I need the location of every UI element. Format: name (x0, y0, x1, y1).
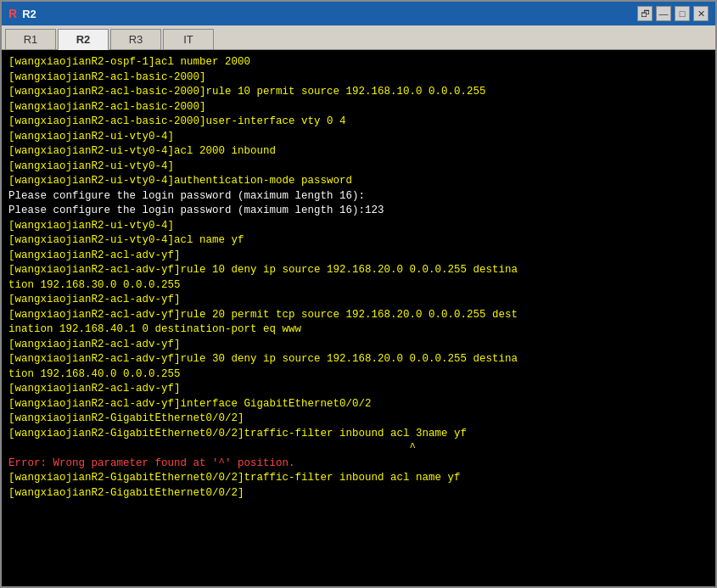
terminal-line: Please configure the login password (max… (8, 204, 709, 219)
restore-button[interactable]: 🗗 (637, 6, 653, 21)
terminal-line: [wangxiaojianR2-acl-basic-2000] (8, 100, 709, 115)
terminal-line: [wangxiaojianR2-ui-vty0-4]authentication… (8, 174, 709, 189)
terminal-line: ination 192.168.40.1 0 destination-port … (8, 322, 709, 338)
terminal[interactable]: [wangxiaojianR2-ospf-1]acl number 2000[w… (2, 50, 715, 586)
app-icon: R (8, 7, 17, 20)
terminal-wrapper: [wangxiaojianR2-ospf-1]acl number 2000[w… (2, 49, 715, 586)
terminal-line: [wangxiaojianR2-ui-vty0-4]acl 2000 inbou… (8, 144, 709, 160)
terminal-line: [wangxiaojianR2-ui-vty0-4] (8, 160, 709, 175)
terminal-line: [wangxiaojianR2-acl-basic-2000]rule 10 p… (8, 85, 709, 100)
terminal-line: [wangxiaojianR2-GigabitEthernet0/0/2]tra… (8, 471, 709, 486)
tab-r3[interactable]: R3 (110, 29, 161, 49)
terminal-line: [wangxiaojianR2-ui-vty0-4] (8, 219, 709, 234)
terminal-line: [wangxiaojianR2-acl-basic-2000] (8, 70, 709, 86)
minimize-button[interactable]: — (656, 6, 671, 21)
tab-bar: R1 R2 R3 IT (2, 25, 715, 49)
main-window: R R2 🗗 — □ ✕ R1 R2 R3 IT [wangxiaojianR2… (0, 0, 717, 588)
close-button[interactable]: ✕ (693, 6, 709, 21)
terminal-line: [wangxiaojianR2-GigabitEthernet0/0/2] (8, 486, 709, 501)
terminal-line: [wangxiaojianR2-ui-vty0-4] (8, 130, 709, 145)
title-controls: 🗗 — □ ✕ (637, 6, 709, 21)
terminal-line: Please configure the login password (max… (8, 189, 709, 204)
terminal-line: [wangxiaojianR2-acl-adv-yf]rule 30 deny … (8, 352, 709, 367)
terminal-line: [wangxiaojianR2-acl-adv-yf] (8, 249, 709, 264)
terminal-line: Error: Wrong parameter found at '^' posi… (8, 456, 709, 472)
terminal-line: tion 192.168.30.0 0.0.0.255 (8, 278, 709, 294)
terminal-line: [wangxiaojianR2-acl-basic-2000]user-inte… (8, 115, 709, 130)
tab-r2[interactable]: R2 (58, 29, 109, 50)
terminal-line: [wangxiaojianR2-acl-adv-yf]rule 10 deny … (8, 263, 709, 278)
terminal-line: [wangxiaojianR2-acl-adv-yf] (8, 338, 709, 353)
title-bar: R R2 🗗 — □ ✕ (2, 2, 715, 25)
terminal-line: [wangxiaojianR2-GigabitEthernet0/0/2] (8, 412, 709, 427)
window-title: R2 (22, 8, 36, 20)
terminal-line: ^ (8, 441, 709, 456)
tab-r1[interactable]: R1 (5, 29, 56, 49)
terminal-line: tion 192.168.40.0 0.0.0.255 (8, 367, 709, 383)
terminal-line: [wangxiaojianR2-acl-adv-yf] (8, 293, 709, 308)
terminal-line: [wangxiaojianR2-ospf-1]acl number 2000 (8, 55, 709, 70)
title-bar-left: R R2 (8, 7, 36, 20)
terminal-line: [wangxiaojianR2-acl-adv-yf] (8, 382, 709, 397)
tab-it[interactable]: IT (163, 29, 214, 49)
terminal-line: [wangxiaojianR2-acl-adv-yf]rule 20 permi… (8, 308, 709, 323)
terminal-line: [wangxiaojianR2-acl-adv-yf]interface Gig… (8, 397, 709, 412)
terminal-line: [wangxiaojianR2-GigabitEthernet0/0/2]tra… (8, 427, 709, 442)
maximize-button[interactable]: □ (675, 6, 690, 21)
terminal-line: [wangxiaojianR2-ui-vty0-4]acl name yf (8, 233, 709, 249)
